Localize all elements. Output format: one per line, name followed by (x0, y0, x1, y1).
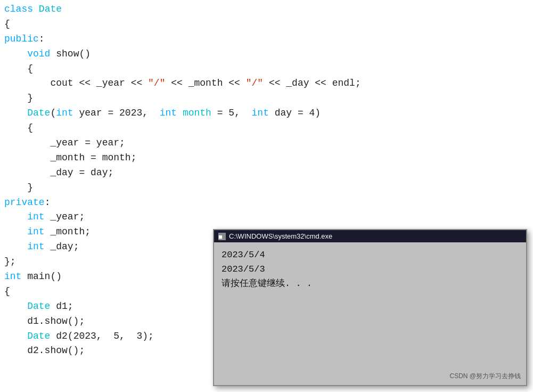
code-line-11: _month = month; (4, 151, 529, 166)
code-line-6: cout << _year << "/" << _month << "/" <<… (4, 76, 529, 91)
code-line-7: } (4, 91, 529, 106)
code-line-3: public: (4, 32, 529, 47)
cmd-output-line1: 2023/5/4 (222, 248, 519, 262)
code-line-8: Date(int year = 2023, int month = 5, int… (4, 106, 529, 121)
cmd-titlebar: ■ C:\WINDOWS\system32\cmd.exe (214, 230, 526, 242)
code-line-10: _year = year; (4, 136, 529, 151)
code-line-14: private: (4, 195, 529, 210)
cmd-title: C:\WINDOWS\system32\cmd.exe (229, 232, 332, 240)
cmd-output-line2: 2023/5/3 (222, 262, 519, 276)
cmd-output-line3: 请按任意键继续. . . (222, 276, 519, 291)
code-line-13: } (4, 181, 529, 195)
cmd-watermark: CSDN @努力学习去挣钱 (449, 372, 521, 381)
cmd-window: ■ C:\WINDOWS\system32\cmd.exe 2023/5/4 2… (213, 229, 527, 386)
code-line-12: _day = day; (4, 166, 529, 181)
cmd-output: 2023/5/4 2023/5/3 请按任意键继续. . . (214, 242, 526, 297)
code-line-1: class Date (4, 2, 529, 17)
code-line-4: void show() (4, 47, 529, 62)
code-line-5: { (4, 62, 529, 77)
code-line-15: int _year; (4, 210, 529, 225)
code-line-2: { (4, 17, 529, 32)
cmd-icon: ■ (218, 233, 226, 240)
code-line-9: { (4, 121, 529, 136)
